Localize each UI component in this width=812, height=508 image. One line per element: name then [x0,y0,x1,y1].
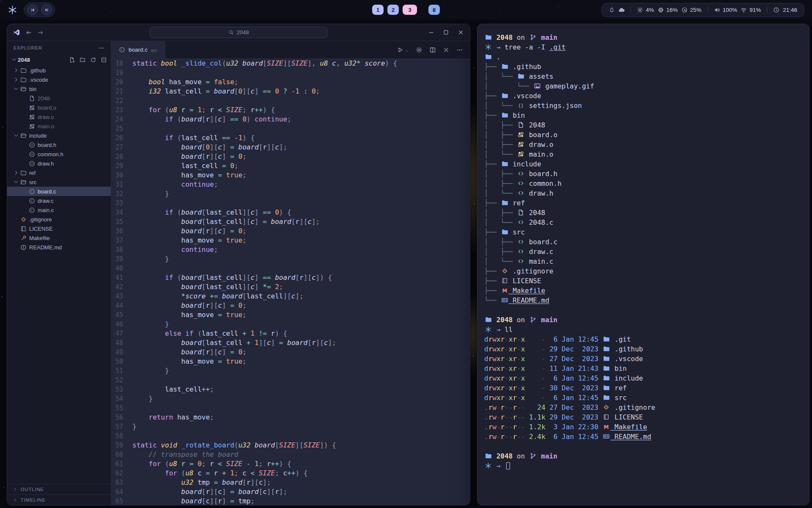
code-line-56[interactable]: 56 return has_move; [111,413,470,422]
clock-widget[interactable]: 21:46 [767,3,803,17]
code-line-43[interactable]: 43 *score += board[last_cell][c]; [111,292,470,301]
explorer-item-common.h[interactable]: Hcommon.h [7,149,111,159]
code-line-40[interactable]: 40 [111,264,470,273]
workspace-1[interactable]: 1 [372,5,384,15]
code-line-53[interactable]: 53 last_cell++; [111,385,470,394]
maximize-icon[interactable] [443,29,449,36]
explorer-item-board.o[interactable]: board.o [7,103,111,112]
code-line-50[interactable]: 50 has_move = true; [111,357,470,366]
explorer-item-draw.h[interactable]: Hdraw.h [7,159,111,168]
code-line-20[interactable]: 20 bool has_move = false; [111,77,470,87]
code-line-23[interactable]: 23 for (u8 r = 1; r < SIZE; r++) { [111,105,470,115]
code-line-37[interactable]: 37 has_move = true; [111,236,470,245]
code-line-35[interactable]: 35 board[last_cell][c] = board[r][c]; [111,217,470,226]
nav-forward-icon[interactable] [37,29,44,36]
tab-board-c[interactable]: C board.c src [111,41,165,58]
code-line-54[interactable]: 54 } [111,394,470,403]
command-center-search[interactable]: 2048 [150,27,327,38]
collapse-all-icon[interactable] [101,57,107,63]
nav-back-icon[interactable] [25,29,32,36]
timeline-section[interactable]: TIMELINE [7,494,111,505]
run-dropdown-icon[interactable] [405,49,409,53]
explorer-item-.gitignore[interactable]: .gitignore [7,215,111,224]
explorer-item-main.c[interactable]: Cmain.c [7,205,111,215]
explorer-item-.github[interactable]: .github [7,66,111,75]
workspace-8[interactable]: 8 [428,5,440,15]
explorer-item-main.o[interactable]: main.o [7,121,111,131]
code-line-29[interactable]: 29 last_cell = 0; [111,161,470,171]
explorer-more-icon[interactable] [98,45,104,51]
stat-wifi[interactable]: 91% [741,7,761,13]
code-line-24[interactable]: 24 if (board[r][c] == 0) continue; [111,115,470,124]
code-line-44[interactable]: 44 board[r][c] = 0; [111,301,470,310]
code-line-49[interactable]: 49 board[r][c] = 0; [111,348,470,357]
code-line-38[interactable]: 38 continue; [111,245,470,254]
code-line-39[interactable]: 39 } [111,254,470,264]
explorer-item-LICENSE[interactable]: LICENSE [7,224,111,233]
skip-next-button[interactable] [41,4,52,15]
explorer-item-Makefile[interactable]: Makefile [7,233,111,243]
code-line-34[interactable]: 34 if (board[last_cell][c] == 0) { [111,208,470,217]
code-line-28[interactable]: 28 board[r][c] = 0; [111,152,470,161]
code-line-59[interactable]: 59static void _rotate_board(u32 board[SI… [111,441,470,450]
explorer-item-.vscode[interactable]: .vscode [7,75,111,84]
more-actions-icon[interactable] [456,47,463,53]
code-line-36[interactable]: 36 board[r][c] = 0; [111,226,470,236]
code-line-31[interactable]: 31 continue; [111,180,470,189]
stat-gear[interactable]: 4% [637,7,654,13]
workspace-3[interactable]: 3 [403,5,417,15]
explorer-item-board.h[interactable]: Hboard.h [7,140,111,149]
refresh-icon[interactable] [90,57,96,63]
code-line-18[interactable]: 18static bool _slide_col(u32 board[SIZE]… [111,59,470,68]
skip-prev-button[interactable] [27,4,38,15]
stat-disk[interactable]: 25% [681,7,702,13]
code-line-47[interactable]: 47 else if (last_cell + 1 != r) { [111,329,470,338]
explorer-item-board.c[interactable]: Cboard.c [7,187,111,196]
explorer-item-ref[interactable]: ref [7,168,111,177]
explorer-root[interactable]: 2048 [7,55,111,65]
code-line-41[interactable]: 41 if (board[last_cell][c] == board[r][c… [111,273,470,282]
code-line-30[interactable]: 30 has_move = true; [111,171,470,180]
code-line-55[interactable]: 55 [111,403,470,413]
close-editor-icon[interactable] [443,47,450,53]
code-line-51[interactable]: 51 } [111,366,470,375]
explorer-item-README.md[interactable]: README.md [7,243,111,252]
code-line-64[interactable]: 64 board[r][c] = board[c][r]; [111,487,470,497]
code-line-45[interactable]: 45 has_move = true; [111,310,470,320]
weather-widget[interactable] [603,3,631,17]
code-line-33[interactable]: 33 [111,199,470,208]
new-folder-icon[interactable] [80,57,86,63]
outline-section[interactable]: OUTLINE [7,484,111,494]
explorer-item-bin[interactable]: bin [7,84,111,94]
code-line-46[interactable]: 46 } [111,320,470,329]
code-line-22[interactable]: 22 [111,96,470,105]
run-button-icon[interactable] [397,47,403,53]
code-line-42[interactable]: 42 board[last_cell][c] *= 2; [111,282,470,292]
code-line-21[interactable]: 21 i32 last_cell = board[0][c] == 0 ? -1… [111,87,470,96]
explorer-item-draw.c[interactable]: Cdraw.c [7,196,111,205]
gear-icon[interactable] [416,47,422,53]
code-line-65[interactable]: 65 board[c][r] = tmp; [111,497,470,505]
explorer-item-include[interactable]: include [7,131,111,140]
code-line-19[interactable]: 19 [111,68,470,77]
code-line-27[interactable]: 27 board[0][c] = board[r][c]; [111,143,470,152]
workspace-2[interactable]: 2 [387,5,399,15]
minimize-icon[interactable] [428,29,434,36]
stat-speaker[interactable]: 100% [714,7,738,13]
code-editor[interactable]: 18static bool _slide_col(u32 board[SIZE]… [111,59,470,505]
code-line-61[interactable]: 61 for (u8 r = 0; r < SIZE - 1; r++) { [111,459,470,469]
terminal-window[interactable]: 2048 on main → tree -a -I .git .├── .git… [477,24,809,505]
close-icon[interactable] [458,29,464,36]
code-line-58[interactable]: 58 [111,431,470,441]
code-line-48[interactable]: 48 board[last_cell + 1][c] = board[r][c]… [111,338,470,348]
explorer-item-src[interactable]: src [7,177,111,187]
split-editor-icon[interactable] [429,47,436,53]
stat-chip[interactable]: 16% [658,7,678,13]
code-line-63[interactable]: 63 u32 tmp = board[r][c]; [111,478,470,487]
code-line-25[interactable]: 25 [111,124,470,133]
code-line-57[interactable]: 57} [111,422,470,431]
code-line-62[interactable]: 62 for (u8 c = r + 1; c < SIZE; c++) { [111,469,470,478]
code-line-26[interactable]: 26 if (last_cell == -1) { [111,133,470,143]
explorer-item-2048[interactable]: 2048 [7,94,111,103]
new-file-icon[interactable] [69,57,75,63]
